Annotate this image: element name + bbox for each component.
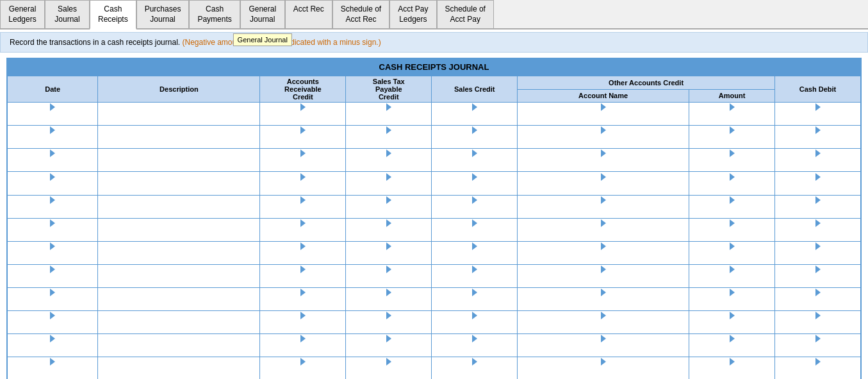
- tab-schedule-acct-rec[interactable]: Schedule ofAcct Rec: [332, 0, 389, 28]
- amount-input[interactable]: [691, 181, 774, 195]
- tab-cash-receipts[interactable]: CashReceipts: [90, 0, 136, 29]
- sales-credit-input[interactable]: [433, 273, 517, 287]
- cash-debit-input[interactable]: [776, 250, 860, 264]
- stpc-input[interactable]: [347, 134, 431, 148]
- sales-credit-input[interactable]: [433, 342, 517, 357]
- description-input[interactable]: [98, 199, 259, 214]
- account-name-input[interactable]: [519, 319, 689, 333]
- cash-debit-input[interactable]: [776, 342, 860, 357]
- cash-debit-input[interactable]: [776, 227, 860, 241]
- sales-credit-input[interactable]: [433, 366, 517, 379]
- amount-input[interactable]: [691, 227, 774, 241]
- ar-credit-input[interactable]: [261, 296, 345, 310]
- date-input[interactable]: [9, 250, 97, 264]
- stpc-input[interactable]: [347, 227, 431, 241]
- tab-sales-journal[interactable]: SalesJournal: [45, 0, 90, 28]
- stpc-input[interactable]: [347, 273, 431, 287]
- amount-input[interactable]: [691, 111, 774, 125]
- ar-credit-input[interactable]: [261, 273, 345, 287]
- account-name-input[interactable]: [519, 273, 689, 287]
- sales-credit-input[interactable]: [433, 227, 517, 241]
- stpc-input[interactable]: [347, 366, 431, 379]
- amount-input[interactable]: [691, 204, 774, 218]
- ar-credit-input[interactable]: [261, 366, 345, 379]
- cash-debit-input[interactable]: [776, 296, 860, 310]
- amount-input[interactable]: [691, 157, 774, 171]
- amount-input[interactable]: [691, 134, 774, 148]
- ar-credit-input[interactable]: [261, 111, 345, 125]
- description-input[interactable]: [98, 223, 259, 237]
- sales-credit-input[interactable]: [433, 250, 517, 264]
- stpc-input[interactable]: [347, 204, 431, 218]
- account-name-input[interactable]: [519, 342, 689, 357]
- ar-credit-input[interactable]: [261, 204, 345, 218]
- stpc-input[interactable]: [347, 296, 431, 310]
- account-name-input[interactable]: [519, 366, 689, 379]
- description-input[interactable]: [98, 339, 259, 353]
- date-input[interactable]: [9, 342, 97, 357]
- ar-credit-input[interactable]: [261, 250, 345, 264]
- cash-debit-input[interactable]: [776, 181, 860, 195]
- amount-input[interactable]: [691, 273, 774, 287]
- amount-input[interactable]: [691, 366, 774, 379]
- account-name-input[interactable]: [519, 134, 689, 148]
- amount-input[interactable]: [691, 319, 774, 333]
- date-input[interactable]: [9, 319, 97, 333]
- date-input[interactable]: [9, 134, 97, 148]
- tab-acct-pay-ledgers[interactable]: Acct PayLedgers: [389, 0, 436, 28]
- stpc-input[interactable]: [347, 111, 431, 125]
- stpc-input[interactable]: [347, 157, 431, 171]
- account-name-input[interactable]: [519, 181, 689, 195]
- description-input[interactable]: [98, 362, 259, 376]
- date-input[interactable]: [9, 204, 97, 218]
- stpc-input[interactable]: [347, 250, 431, 264]
- ar-credit-input[interactable]: [261, 319, 345, 333]
- description-input[interactable]: [98, 176, 259, 190]
- ar-credit-input[interactable]: [261, 181, 345, 195]
- ar-credit-input[interactable]: [261, 227, 345, 241]
- description-input[interactable]: [98, 153, 259, 167]
- date-input[interactable]: [9, 157, 97, 171]
- tab-general-ledgers[interactable]: GeneralLedgers: [0, 0, 45, 28]
- date-input[interactable]: [9, 181, 97, 195]
- sales-credit-input[interactable]: [433, 204, 517, 218]
- sales-credit-input[interactable]: [433, 181, 517, 195]
- amount-input[interactable]: [691, 250, 774, 264]
- cash-debit-input[interactable]: [776, 366, 860, 379]
- stpc-input[interactable]: [347, 181, 431, 195]
- cash-debit-input[interactable]: [776, 134, 860, 148]
- account-name-input[interactable]: [519, 227, 689, 241]
- cash-debit-input[interactable]: [776, 204, 860, 218]
- date-input[interactable]: [9, 227, 97, 241]
- ar-credit-input[interactable]: [261, 342, 345, 357]
- account-name-input[interactable]: [519, 157, 689, 171]
- sales-credit-input[interactable]: [433, 157, 517, 171]
- ar-credit-input[interactable]: [261, 157, 345, 171]
- account-name-input[interactable]: [519, 111, 689, 125]
- sales-credit-input[interactable]: [433, 111, 517, 125]
- cash-debit-input[interactable]: [776, 319, 860, 333]
- date-input[interactable]: [9, 111, 97, 125]
- description-input[interactable]: [98, 130, 259, 144]
- cash-debit-input[interactable]: [776, 111, 860, 125]
- stpc-input[interactable]: [347, 319, 431, 333]
- description-input[interactable]: [98, 316, 259, 330]
- tab-purchases-journal[interactable]: PurchasesJournal: [136, 0, 190, 28]
- stpc-input[interactable]: [347, 342, 431, 357]
- tab-general-journal[interactable]: GeneralJournalGeneral Journal: [240, 0, 285, 28]
- description-input[interactable]: [98, 292, 259, 306]
- tab-cash-payments[interactable]: CashPayments: [189, 0, 240, 28]
- ar-credit-input[interactable]: [261, 134, 345, 148]
- date-input[interactable]: [9, 366, 97, 379]
- account-name-input[interactable]: [519, 204, 689, 218]
- tab-acct-rec[interactable]: Acct Rec: [285, 0, 332, 28]
- cash-debit-input[interactable]: [776, 157, 860, 171]
- amount-input[interactable]: [691, 296, 774, 310]
- cash-debit-input[interactable]: [776, 273, 860, 287]
- tab-schedule-acct-pay[interactable]: Schedule ofAcct Pay: [437, 0, 494, 28]
- account-name-input[interactable]: [519, 296, 689, 310]
- description-input[interactable]: [98, 107, 259, 121]
- sales-credit-input[interactable]: [433, 296, 517, 310]
- description-input[interactable]: [98, 246, 259, 260]
- date-input[interactable]: [9, 296, 97, 310]
